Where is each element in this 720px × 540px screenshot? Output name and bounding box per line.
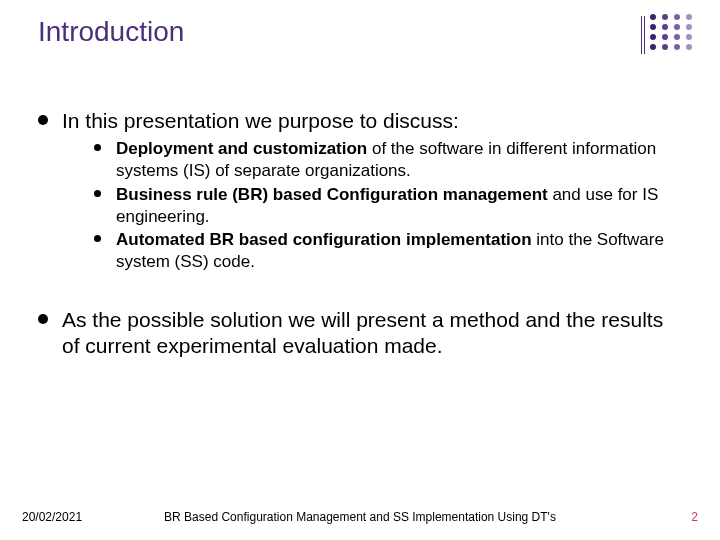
dot-icon: [650, 34, 656, 40]
dot-icon: [650, 14, 656, 20]
slide: Introduction In this presentation we pur…: [0, 0, 720, 540]
dot-icon: [650, 44, 656, 50]
list-item-text: As the possible solution we will present…: [62, 308, 663, 357]
bullet-list-level1: In this presentation we purpose to discu…: [34, 108, 684, 273]
corner-dot-grid: [650, 14, 698, 50]
list-item: Business rule (BR) based Configuration m…: [90, 184, 684, 228]
dot-icon: [686, 34, 692, 40]
dot-icon: [674, 44, 680, 50]
list-item-bold: Automated BR based configuration impleme…: [116, 230, 532, 249]
corner-divider-lines: [641, 16, 642, 54]
footer-page-number: 2: [691, 510, 698, 524]
list-item: In this presentation we purpose to discu…: [34, 108, 684, 273]
dot-icon: [662, 24, 668, 30]
bullet-list-level1: As the possible solution we will present…: [34, 307, 684, 360]
dot-icon: [662, 44, 668, 50]
list-item: Deployment and customization of the soft…: [90, 138, 684, 182]
list-item-bold: Deployment and customization: [116, 139, 367, 158]
slide-body: In this presentation we purpose to discu…: [34, 108, 684, 367]
dot-icon: [662, 14, 668, 20]
dot-icon: [686, 14, 692, 20]
list-item: Automated BR based configuration impleme…: [90, 229, 684, 273]
spacer: [34, 281, 684, 307]
dot-icon: [662, 34, 668, 40]
dot-icon: [674, 24, 680, 30]
bullet-list-level2: Deployment and customization of the soft…: [62, 138, 684, 273]
dot-icon: [674, 14, 680, 20]
footer-caption: BR Based Configuration Management and SS…: [0, 510, 720, 524]
list-item: As the possible solution we will present…: [34, 307, 684, 360]
list-item-text: In this presentation we purpose to discu…: [62, 109, 459, 132]
dot-icon: [686, 44, 692, 50]
slide-title: Introduction: [38, 16, 184, 48]
dot-icon: [650, 24, 656, 30]
dot-icon: [686, 24, 692, 30]
dot-icon: [674, 34, 680, 40]
list-item-bold: Business rule (BR) based Configuration m…: [116, 185, 548, 204]
